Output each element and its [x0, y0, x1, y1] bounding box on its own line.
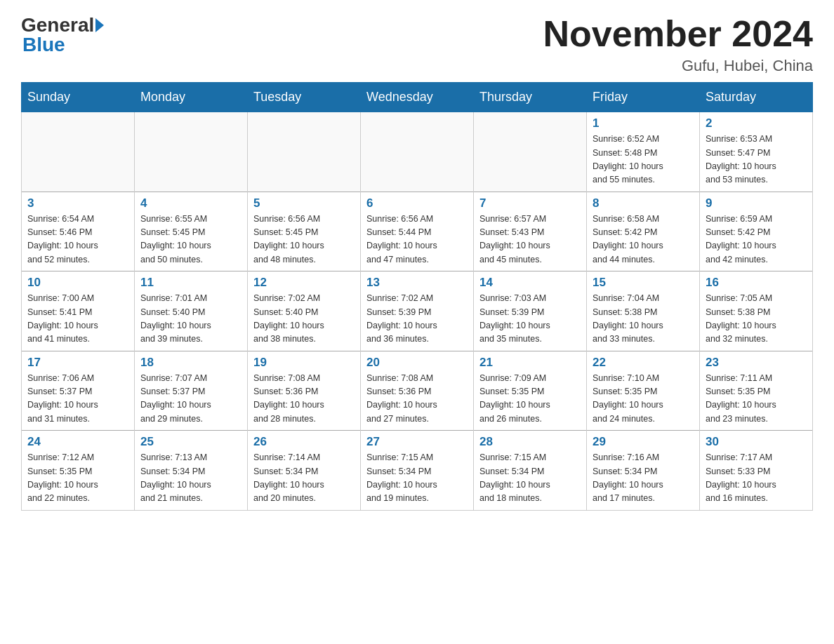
day-number: 25	[140, 435, 241, 449]
day-number: 20	[366, 356, 468, 370]
day-number: 5	[253, 196, 355, 210]
day-info: Sunrise: 7:01 AM Sunset: 5:40 PM Dayligh…	[140, 292, 241, 347]
day-info: Sunrise: 7:06 AM Sunset: 5:37 PM Dayligh…	[27, 372, 128, 427]
calendar-cell	[248, 112, 361, 192]
day-number: 16	[706, 276, 807, 290]
title-area: November 2024 Gufu, Hubei, China	[543, 14, 813, 75]
calendar-cell: 12Sunrise: 7:02 AM Sunset: 5:40 PM Dayli…	[248, 271, 361, 351]
day-info: Sunrise: 6:53 AM Sunset: 5:47 PM Dayligh…	[706, 133, 807, 187]
calendar-cell: 1Sunrise: 6:52 AM Sunset: 5:48 PM Daylig…	[587, 112, 700, 192]
day-info: Sunrise: 7:16 AM Sunset: 5:34 PM Dayligh…	[593, 451, 694, 506]
day-info: Sunrise: 7:10 AM Sunset: 5:35 PM Dayligh…	[593, 372, 694, 427]
day-number: 1	[593, 116, 694, 130]
calendar-cell: 20Sunrise: 7:08 AM Sunset: 5:36 PM Dayli…	[361, 351, 474, 431]
day-info: Sunrise: 7:08 AM Sunset: 5:36 PM Dayligh…	[366, 372, 468, 427]
calendar-cell: 26Sunrise: 7:14 AM Sunset: 5:34 PM Dayli…	[248, 431, 361, 511]
day-info: Sunrise: 7:00 AM Sunset: 5:41 PM Dayligh…	[27, 292, 128, 347]
page-header: General Blue November 2024 Gufu, Hubei, …	[21, 14, 813, 75]
day-info: Sunrise: 7:02 AM Sunset: 5:39 PM Dayligh…	[366, 292, 468, 347]
weekday-header-sunday: Sunday	[22, 83, 135, 112]
weekday-header-row: SundayMondayTuesdayWednesdayThursdayFrid…	[22, 83, 813, 112]
calendar-week-1: 1Sunrise: 6:52 AM Sunset: 5:48 PM Daylig…	[22, 112, 813, 192]
weekday-header-friday: Friday	[587, 83, 700, 112]
calendar-cell: 23Sunrise: 7:11 AM Sunset: 5:35 PM Dayli…	[700, 351, 813, 431]
calendar-cell	[361, 112, 474, 192]
calendar-title: November 2024	[543, 14, 813, 54]
day-number: 24	[27, 435, 128, 449]
day-info: Sunrise: 7:04 AM Sunset: 5:38 PM Dayligh…	[593, 292, 694, 347]
calendar-cell: 15Sunrise: 7:04 AM Sunset: 5:38 PM Dayli…	[587, 271, 700, 351]
calendar-cell: 3Sunrise: 6:54 AM Sunset: 5:46 PM Daylig…	[22, 192, 135, 271]
calendar-cell: 2Sunrise: 6:53 AM Sunset: 5:47 PM Daylig…	[700, 112, 813, 192]
day-info: Sunrise: 7:11 AM Sunset: 5:35 PM Dayligh…	[706, 372, 807, 427]
calendar-subtitle: Gufu, Hubei, China	[543, 57, 813, 75]
logo-blue-text: Blue	[21, 34, 65, 56]
calendar-cell: 29Sunrise: 7:16 AM Sunset: 5:34 PM Dayli…	[587, 431, 700, 511]
calendar-cell	[474, 112, 587, 192]
weekday-header-monday: Monday	[135, 83, 248, 112]
calendar-body: 1Sunrise: 6:52 AM Sunset: 5:48 PM Daylig…	[22, 112, 813, 511]
day-number: 13	[366, 276, 468, 290]
calendar-cell: 21Sunrise: 7:09 AM Sunset: 5:35 PM Dayli…	[474, 351, 587, 431]
day-info: Sunrise: 7:05 AM Sunset: 5:38 PM Dayligh…	[706, 292, 807, 347]
calendar-cell: 11Sunrise: 7:01 AM Sunset: 5:40 PM Dayli…	[135, 271, 248, 351]
calendar-header: SundayMondayTuesdayWednesdayThursdayFrid…	[22, 83, 813, 112]
day-info: Sunrise: 6:57 AM Sunset: 5:43 PM Dayligh…	[479, 213, 581, 267]
calendar-cell: 6Sunrise: 6:56 AM Sunset: 5:44 PM Daylig…	[361, 192, 474, 271]
day-number: 27	[366, 435, 468, 449]
day-number: 15	[593, 276, 694, 290]
day-number: 29	[593, 435, 694, 449]
calendar-cell: 27Sunrise: 7:15 AM Sunset: 5:34 PM Dayli…	[361, 431, 474, 511]
calendar-cell: 16Sunrise: 7:05 AM Sunset: 5:38 PM Dayli…	[700, 271, 813, 351]
day-info: Sunrise: 6:56 AM Sunset: 5:45 PM Dayligh…	[253, 213, 355, 267]
calendar-table: SundayMondayTuesdayWednesdayThursdayFrid…	[21, 82, 813, 511]
day-number: 3	[27, 196, 128, 210]
day-number: 9	[706, 196, 807, 210]
day-number: 28	[479, 435, 581, 449]
calendar-cell: 7Sunrise: 6:57 AM Sunset: 5:43 PM Daylig…	[474, 192, 587, 271]
day-info: Sunrise: 6:56 AM Sunset: 5:44 PM Dayligh…	[366, 213, 468, 267]
day-info: Sunrise: 7:15 AM Sunset: 5:34 PM Dayligh…	[366, 451, 468, 506]
logo-flag-icon	[95, 18, 104, 32]
calendar-cell: 5Sunrise: 6:56 AM Sunset: 5:45 PM Daylig…	[248, 192, 361, 271]
calendar-cell	[135, 112, 248, 192]
calendar-week-5: 24Sunrise: 7:12 AM Sunset: 5:35 PM Dayli…	[22, 431, 813, 511]
day-number: 23	[706, 356, 807, 370]
calendar-cell: 22Sunrise: 7:10 AM Sunset: 5:35 PM Dayli…	[587, 351, 700, 431]
day-number: 12	[253, 276, 355, 290]
day-info: Sunrise: 7:17 AM Sunset: 5:33 PM Dayligh…	[706, 451, 807, 506]
day-number: 2	[706, 116, 807, 130]
day-number: 18	[140, 356, 241, 370]
day-info: Sunrise: 7:12 AM Sunset: 5:35 PM Dayligh…	[27, 451, 128, 506]
weekday-header-tuesday: Tuesday	[248, 83, 361, 112]
calendar-cell: 9Sunrise: 6:59 AM Sunset: 5:42 PM Daylig…	[700, 192, 813, 271]
weekday-header-thursday: Thursday	[474, 83, 587, 112]
calendar-cell: 24Sunrise: 7:12 AM Sunset: 5:35 PM Dayli…	[22, 431, 135, 511]
calendar-cell	[22, 112, 135, 192]
calendar-week-3: 10Sunrise: 7:00 AM Sunset: 5:41 PM Dayli…	[22, 271, 813, 351]
calendar-cell: 8Sunrise: 6:58 AM Sunset: 5:42 PM Daylig…	[587, 192, 700, 271]
day-number: 19	[253, 356, 355, 370]
day-number: 8	[593, 196, 694, 210]
calendar-cell: 19Sunrise: 7:08 AM Sunset: 5:36 PM Dayli…	[248, 351, 361, 431]
day-number: 4	[140, 196, 241, 210]
calendar-week-2: 3Sunrise: 6:54 AM Sunset: 5:46 PM Daylig…	[22, 192, 813, 271]
day-info: Sunrise: 6:54 AM Sunset: 5:46 PM Dayligh…	[27, 213, 128, 267]
calendar-cell: 13Sunrise: 7:02 AM Sunset: 5:39 PM Dayli…	[361, 271, 474, 351]
day-info: Sunrise: 6:59 AM Sunset: 5:42 PM Dayligh…	[706, 213, 807, 267]
calendar-cell: 25Sunrise: 7:13 AM Sunset: 5:34 PM Dayli…	[135, 431, 248, 511]
day-info: Sunrise: 7:09 AM Sunset: 5:35 PM Dayligh…	[479, 372, 581, 427]
logo: General Blue	[21, 14, 104, 56]
day-info: Sunrise: 6:58 AM Sunset: 5:42 PM Dayligh…	[593, 213, 694, 267]
day-info: Sunrise: 7:13 AM Sunset: 5:34 PM Dayligh…	[140, 451, 241, 506]
day-number: 11	[140, 276, 241, 290]
day-info: Sunrise: 7:03 AM Sunset: 5:39 PM Dayligh…	[479, 292, 581, 347]
day-info: Sunrise: 7:15 AM Sunset: 5:34 PM Dayligh…	[479, 451, 581, 506]
day-info: Sunrise: 7:08 AM Sunset: 5:36 PM Dayligh…	[253, 372, 355, 427]
day-info: Sunrise: 7:14 AM Sunset: 5:34 PM Dayligh…	[253, 451, 355, 506]
calendar-cell: 4Sunrise: 6:55 AM Sunset: 5:45 PM Daylig…	[135, 192, 248, 271]
day-info: Sunrise: 6:55 AM Sunset: 5:45 PM Dayligh…	[140, 213, 241, 267]
day-number: 30	[706, 435, 807, 449]
weekday-header-saturday: Saturday	[700, 83, 813, 112]
day-number: 21	[479, 356, 581, 370]
